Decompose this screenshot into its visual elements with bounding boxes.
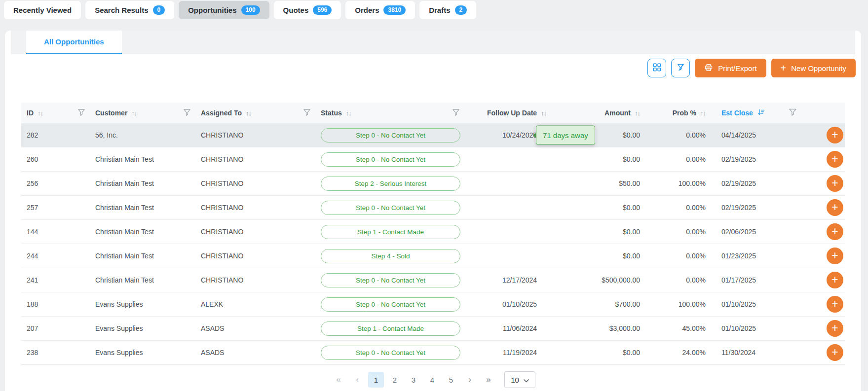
table-row[interactable]: 257 Christian Main Test CHRISTIANO Step …: [21, 196, 845, 220]
cell-id: 207: [21, 324, 95, 332]
header-assigned-to[interactable]: Assigned To↑↓: [201, 108, 321, 118]
prev-page-button[interactable]: ‹: [349, 372, 365, 388]
table-row[interactable]: 238 Evans Supplies ASADS Step 0 - No Con…: [21, 341, 845, 365]
filter-funnel-icon[interactable]: [183, 108, 191, 118]
add-row-action-button[interactable]: +: [827, 296, 843, 313]
page-button-1[interactable]: 1: [368, 372, 384, 388]
header-customer[interactable]: Customer↑↓: [95, 108, 201, 118]
sort-icon[interactable]: ↑↓: [246, 109, 251, 117]
follow-up-date-value: 12/17/2024: [502, 276, 537, 284]
days-away-text: 71 days away: [543, 131, 588, 140]
page-button-5[interactable]: 5: [443, 372, 459, 388]
chevron-down-icon: [524, 376, 529, 384]
tab-drafts[interactable]: Drafts 2: [419, 1, 476, 19]
table-row[interactable]: 260 Christian Main Test CHRISTIANO Step …: [21, 147, 845, 172]
add-row-action-button[interactable]: +: [827, 272, 843, 288]
tab-search-results[interactable]: Search Results 0: [85, 1, 174, 19]
cell-id: 188: [21, 300, 95, 308]
filter-funnel-icon[interactable]: [303, 108, 311, 118]
page-size-select[interactable]: 10: [504, 371, 535, 388]
first-page-button[interactable]: «: [331, 372, 346, 388]
cell-customer: Christian Main Test: [95, 276, 201, 284]
table-row[interactable]: 241 Christian Main Test CHRISTIANO Step …: [21, 268, 845, 292]
page-button-3[interactable]: 3: [406, 372, 421, 388]
header-label: Prob %: [673, 109, 696, 117]
add-row-action-button[interactable]: +: [827, 199, 843, 216]
table-row[interactable]: 244 Christian Main Test CHRISTIANO Step …: [21, 244, 845, 268]
filter-funnel-icon[interactable]: [789, 108, 797, 118]
sort-icon[interactable]: ↑↓: [541, 109, 546, 117]
cell-prob: 0.00%: [643, 131, 709, 139]
plus-icon: +: [831, 202, 838, 213]
cell-amount: $0.00: [562, 155, 643, 163]
add-row-action-button[interactable]: +: [827, 127, 843, 143]
tab-opportunities[interactable]: Opportunities 100: [179, 1, 269, 19]
sort-icon[interactable]: ↑↓: [131, 109, 137, 117]
last-page-button[interactable]: »: [481, 372, 496, 388]
table-row[interactable]: 188 Evans Supplies ALEXK Step 0 - No Con…: [21, 292, 845, 317]
add-row-action-button[interactable]: +: [827, 223, 843, 240]
cell-customer: Christian Main Test: [95, 155, 201, 163]
header-id[interactable]: ID↑↓: [21, 108, 95, 118]
days-away-tooltip: 71 days away: [536, 126, 595, 145]
sort-icon[interactable]: ↑↓: [700, 109, 706, 117]
sort-icon[interactable]: ↑↓: [635, 109, 640, 117]
add-row-action-button[interactable]: +: [827, 175, 843, 192]
header-prob[interactable]: Prob %↑↓: [643, 109, 709, 117]
add-row-action-button[interactable]: +: [827, 151, 843, 168]
cell-status: Step 0 - No Contact Yet: [321, 152, 487, 167]
sort-icon[interactable]: ↑↓: [38, 109, 43, 117]
next-page-button[interactable]: ›: [462, 372, 478, 388]
header-status[interactable]: Status↑↓: [321, 108, 487, 118]
status-pill: Step 0 - No Contact Yet: [321, 297, 460, 312]
cell-follow-up-date: 10/24/2025 71 days away: [487, 131, 562, 139]
tab-recently-viewed[interactable]: Recently Viewed: [4, 1, 81, 19]
count-badge: 2: [455, 5, 467, 15]
sort-descending-icon[interactable]: [757, 108, 765, 117]
status-pill: Step 1 - Contact Made: [321, 321, 460, 336]
cell-est-close: 02/06/2025: [709, 228, 770, 236]
sort-icon[interactable]: ↑↓: [346, 109, 351, 117]
cell-customer: Christian Main Test: [95, 179, 201, 187]
table-row[interactable]: 207 Evans Supplies ASADS Step 1 - Contac…: [21, 317, 845, 341]
cell-est-close: 02/19/2025: [709, 204, 770, 212]
header-est-close[interactable]: Est Close: [709, 108, 770, 117]
cell-amount: $50.00: [562, 179, 643, 187]
page-button-4[interactable]: 4: [424, 372, 440, 388]
cell-follow-up-date: 12/17/2024: [487, 276, 562, 284]
table-header-row: ID↑↓ Customer↑↓ Assigned To↑↓ Status↑↓: [21, 103, 845, 123]
tab-orders[interactable]: Orders 3810: [345, 1, 415, 19]
cell-prob: 0.00%: [643, 276, 709, 284]
clear-filter-button[interactable]: [671, 59, 690, 77]
filter-funnel-icon[interactable]: [452, 108, 460, 118]
header-row-filter[interactable]: [770, 108, 815, 118]
header-amount[interactable]: Amount↑↓: [562, 109, 643, 117]
cell-id: 260: [21, 155, 95, 163]
page-button-2[interactable]: 2: [387, 372, 403, 388]
add-row-action-button[interactable]: +: [827, 320, 843, 337]
cell-status: Step 2 - Serious Interest: [321, 177, 487, 191]
cell-prob: 24.00%: [643, 349, 709, 356]
tab-quotes[interactable]: Quotes 596: [274, 1, 341, 19]
table-row[interactable]: 282 56, Inc. CHRISTIANO Step 0 - No Cont…: [21, 123, 845, 147]
table-row[interactable]: 256 Christian Main Test CHRISTIANO Step …: [21, 172, 845, 196]
cell-amount: $3,000.00: [562, 324, 643, 332]
header-follow-up-date[interactable]: Follow Up Date↑↓: [487, 109, 562, 117]
add-row-action-button[interactable]: +: [827, 248, 843, 264]
cell-amount: $0.00: [562, 228, 643, 236]
add-row-action-button[interactable]: +: [827, 344, 843, 361]
tab-label: Drafts: [429, 6, 450, 14]
count-badge: 0: [153, 5, 165, 15]
cell-assigned-to: ALEXK: [201, 300, 321, 308]
cell-amount: $700.00: [562, 300, 643, 308]
print-export-button[interactable]: Print/Export: [695, 59, 766, 77]
table-row[interactable]: 144 Christian Main Test CHRISTIANO Step …: [21, 220, 845, 244]
cell-status: Step 4 - Sold: [321, 249, 487, 263]
plus-icon: +: [831, 298, 838, 310]
tab-all-opportunities[interactable]: All Opportunities: [26, 31, 122, 54]
new-opportunity-button[interactable]: + New Opportunity: [771, 59, 856, 77]
grid-view-button[interactable]: [647, 59, 666, 77]
cell-id: 256: [21, 179, 95, 187]
status-pill: Step 0 - No Contact Yet: [321, 152, 460, 167]
filter-funnel-icon[interactable]: [77, 108, 85, 118]
